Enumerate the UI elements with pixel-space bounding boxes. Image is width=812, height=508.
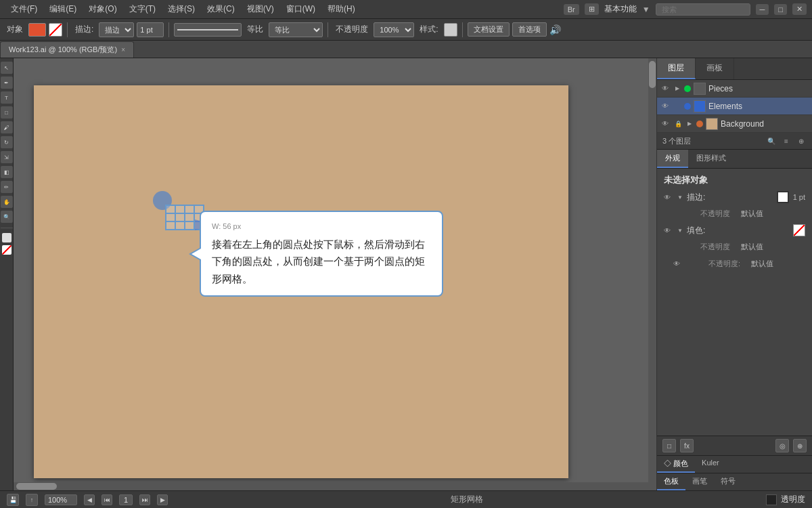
grid-cell	[185, 221, 194, 230]
shape-tool[interactable]: □	[1, 106, 13, 119]
tab-artboard[interactable]: 画板	[696, 58, 734, 79]
tab-brushes[interactable]: 画笔	[685, 473, 714, 490]
horizontal-scrollbar[interactable]	[14, 482, 648, 490]
prop-stroke-value: 1 pt	[793, 193, 805, 201]
layer-add-icon[interactable]: ⊕	[796, 135, 807, 146]
menu-item-view[interactable]: 视图(V)	[242, 1, 279, 17]
stroke-type-select[interactable]: 描边	[99, 22, 134, 37]
pen-tool[interactable]: ✒	[1, 77, 13, 89]
selection-tool[interactable]: ↖	[1, 62, 13, 74]
tab-graphic-styles[interactable]: 图形样式	[688, 150, 734, 168]
panel-options-button[interactable]: ◎	[775, 439, 789, 452]
layer-visibility-pieces[interactable]: 👁	[660, 83, 671, 94]
status-right: 透明度	[766, 494, 805, 505]
layer-thumb-pieces	[694, 83, 706, 95]
page-input[interactable]	[119, 494, 133, 505]
grid-cell	[175, 205, 185, 213]
eyedropper-tool[interactable]: ✏	[1, 181, 13, 193]
close-button[interactable]: ✕	[792, 3, 807, 15]
tab-color[interactable]: ◇ 颜色	[657, 456, 695, 473]
grid-cell	[175, 213, 185, 221]
v-scrollbar-thumb[interactable]	[649, 61, 656, 88]
layer-item-pieces[interactable]: 👁 ▶ Pieces	[657, 80, 812, 98]
h-scrollbar-thumb[interactable]	[16, 483, 57, 490]
layer-name-background: Background	[721, 119, 809, 129]
document-tab[interactable]: Work123.ai @ 100% (RGB/预览) ×	[0, 41, 134, 58]
prop-expand-stroke[interactable]: ▼	[677, 194, 683, 200]
style-swatch[interactable]	[444, 23, 457, 37]
tooltip-dim-label: W: 56 px	[212, 220, 431, 233]
zoom-tool[interactable]: 🔍	[1, 211, 13, 223]
props-title: 未选择对象	[657, 169, 812, 189]
prop-label-fill: 填色:	[687, 225, 789, 236]
menu-item-effect[interactable]: 效果(C)	[202, 1, 240, 17]
prop-row-fill-opacity: 不透明度 默认值	[657, 238, 812, 255]
prop-expand-fill[interactable]: ▼	[677, 228, 683, 234]
tab-swatches[interactable]: 色板	[657, 473, 685, 490]
prop-eye-fill[interactable]: 👁	[664, 227, 673, 234]
layer-options-icon[interactable]: ≡	[781, 135, 792, 146]
layer-item-background[interactable]: 👁 🔒 ▶ Background	[657, 115, 812, 133]
layer-expand-pieces[interactable]: ▶	[673, 85, 681, 93]
layer-lock-background[interactable]: 🔒	[673, 119, 683, 129]
layer-expand-background[interactable]: ▶	[685, 120, 694, 128]
bottom-color-tabs: ◇ 颜色 Kuler	[657, 455, 812, 473]
ratio-select[interactable]: 等比	[269, 22, 323, 37]
next-page-button[interactable]: ▶	[157, 494, 168, 505]
menu-item-edit[interactable]: 编辑(E)	[44, 1, 82, 17]
tab-layers[interactable]: 图层	[657, 58, 696, 79]
layer-visibility-elements[interactable]: 👁	[660, 101, 671, 112]
menu-item-object[interactable]: 对象(O)	[83, 1, 122, 17]
layer-visibility-background[interactable]: 👁	[660, 119, 671, 129]
prev-page-button[interactable]: ◀	[84, 494, 95, 505]
stroke-width-input[interactable]	[137, 22, 164, 37]
scale-tool[interactable]: ⇲	[1, 151, 13, 163]
fill-color-tool[interactable]	[2, 233, 12, 242]
layer-item-elements[interactable]: 👁 ▶ Elements	[657, 98, 812, 115]
status-share-button[interactable]: ↑	[26, 494, 38, 506]
workspace-dropdown-icon[interactable]: ▼	[642, 5, 650, 14]
tab-appearance[interactable]: 外观	[657, 150, 688, 168]
menu-item-file[interactable]: 文件(F)	[5, 1, 43, 17]
delete-button[interactable]: ⊕	[793, 439, 807, 452]
rotate-tool[interactable]: ↻	[1, 136, 13, 148]
stroke-swatch[interactable]	[49, 23, 62, 37]
tab-kuler[interactable]: Kuler	[695, 456, 726, 473]
menu-item-select[interactable]: 选择(S)	[162, 1, 200, 17]
stroke-color-tool[interactable]	[2, 245, 12, 255]
prefs-button[interactable]: 首选项	[512, 22, 547, 37]
tab-symbols[interactable]: 符号	[714, 473, 742, 490]
hand-tool[interactable]: ✋	[1, 196, 13, 208]
status-save-button[interactable]: 💾	[7, 494, 19, 506]
first-page-button[interactable]: ⏮	[102, 494, 112, 505]
stroke-label: 描边:	[72, 24, 96, 35]
new-layer-button[interactable]: □	[662, 439, 676, 452]
menu-item-text[interactable]: 文字(T)	[124, 1, 161, 17]
prop-eye-extra-opacity[interactable]: 👁	[673, 260, 683, 268]
menu-item-window[interactable]: 窗口(W)	[281, 1, 321, 17]
menu-item-help[interactable]: 帮助(H)	[322, 1, 361, 17]
layout-icon-button[interactable]: ⊞	[585, 3, 599, 15]
prefs-extra-icon[interactable]: 🔊	[549, 24, 561, 35]
fill-swatch[interactable]	[28, 23, 46, 37]
fx-button[interactable]: fx	[680, 439, 694, 452]
gradient-tool[interactable]: ◧	[1, 166, 13, 178]
layer-thumb-elements	[694, 100, 706, 112]
prop-stroke-swatch[interactable]	[777, 191, 789, 203]
brush-tool[interactable]: 🖌	[1, 121, 13, 133]
maximize-button[interactable]: □	[774, 4, 787, 15]
layer-expand-elements[interactable]: ▶	[673, 102, 681, 110]
opacity-select[interactable]: 100%	[374, 22, 414, 37]
last-page-button[interactable]: ⏭	[139, 494, 150, 505]
menu-search-input[interactable]	[656, 3, 750, 16]
tab-close-button[interactable]: ×	[121, 46, 125, 54]
zoom-input[interactable]: 100%	[45, 494, 77, 505]
prop-eye-stroke[interactable]: 👁	[664, 194, 673, 201]
text-tool[interactable]: T	[1, 91, 13, 104]
tab-bar: Work123.ai @ 100% (RGB/预览) ×	[0, 41, 812, 58]
prop-fill-swatch[interactable]	[793, 224, 805, 236]
minimize-button[interactable]: ─	[756, 4, 769, 15]
doc-settings-button[interactable]: 文档设置	[468, 22, 510, 37]
layer-search-icon[interactable]: 🔍	[766, 135, 777, 146]
vertical-scrollbar[interactable]	[648, 58, 656, 490]
